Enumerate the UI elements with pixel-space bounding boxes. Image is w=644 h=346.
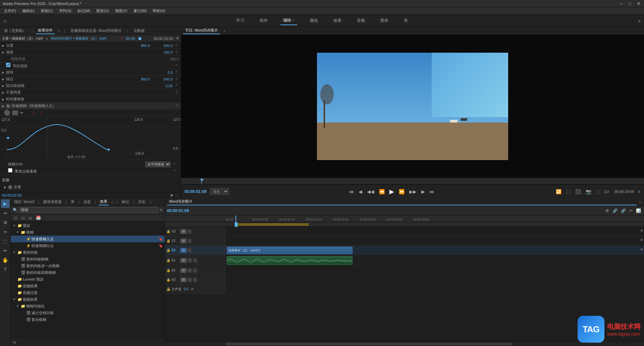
- step-back-btn[interactable]: ◀: [357, 188, 364, 195]
- go-to-start-btn[interactable]: ⏮: [348, 188, 355, 195]
- menu-graphics[interactable]: 图形(G): [94, 8, 112, 14]
- timeline-scroll-bar[interactable]: [165, 341, 644, 346]
- track-a2-lock[interactable]: 🔒: [166, 268, 170, 272]
- prop-anchor[interactable]: ▶ 锚点 960.0 540.0 ↺: [0, 76, 181, 83]
- tab-metadata[interactable]: 元数据: [131, 28, 147, 34]
- preview-fit-select[interactable]: 适合 25% 50% 75% 100%: [210, 188, 229, 195]
- tool-pen[interactable]: ✏: [1, 246, 10, 255]
- effects-search-input[interactable]: [19, 207, 158, 213]
- fast-fwd-btn[interactable]: ⏩: [397, 188, 406, 195]
- track-master-menu[interactable]: ⟳: [191, 287, 194, 291]
- track-v3-lock[interactable]: 🔒: [166, 230, 170, 233]
- menu-marker[interactable]: 标记(M): [75, 8, 93, 14]
- track-v1-visibility[interactable]: 👁: [180, 248, 186, 253]
- menu-help[interactable]: 帮助(H): [150, 8, 168, 14]
- menu-file[interactable]: 文件(F): [1, 8, 19, 14]
- tab-preview[interactable]: 节目: Word另存图片: [183, 27, 220, 34]
- track-a2-visibility[interactable]: 👁: [180, 268, 186, 273]
- track-v1-sync[interactable]: S: [187, 248, 192, 253]
- preview-timeline[interactable]: [181, 178, 644, 185]
- prop-position-x[interactable]: 960.0: [130, 44, 150, 48]
- track-a2-solo[interactable]: S: [193, 268, 197, 273]
- prop-position-y[interactable]: 540.0: [153, 44, 173, 48]
- prop-reset-blur-fx[interactable]: ↺: [174, 104, 179, 108]
- prop-scale[interactable]: ▶ 缩放 100.0 ↺: [0, 49, 181, 56]
- tool-text[interactable]: T: [1, 265, 10, 274]
- blur-direction-reset[interactable]: ↺: [172, 162, 177, 167]
- prop-blur-direction[interactable]: 模糊方向 水平和垂直 水平 垂直 ↺: [2, 161, 179, 168]
- tl-tool-timeline[interactable]: 📊: [635, 208, 642, 213]
- work-area-bar[interactable]: [235, 224, 309, 226]
- export-frame-btn[interactable]: ⬚: [595, 188, 602, 195]
- track-v1-content[interactable]: 视频素材（总）.mp4[V]: [225, 246, 644, 255]
- tree-flicker-reduce[interactable]: 🎬 减少交错闪烁: [11, 309, 165, 316]
- menu-sequence[interactable]: 序列(S): [56, 8, 74, 14]
- menu-clip[interactable]: 剪辑(C): [38, 8, 56, 14]
- step-fwd-btn[interactable]: ▶▶: [408, 188, 418, 195]
- camera-btn[interactable]: 📷: [584, 188, 593, 195]
- tab-library[interactable]: 库: [401, 16, 411, 25]
- export-btn-small[interactable]: ⬚: [175, 193, 179, 197]
- play-btn-small[interactable]: ▶: [171, 193, 173, 197]
- tab-audio-mixer[interactable]: 音频剪辑混合器: Word另存图片: [68, 28, 124, 34]
- prop-reset-position[interactable]: ↺: [174, 43, 179, 48]
- step-fwd2-btn[interactable]: ▶: [420, 188, 426, 195]
- video-clip-v1[interactable]: 视频素材（总）.mp4[V]: [227, 247, 353, 254]
- prop-reset-rotation[interactable]: ↺: [174, 70, 179, 75]
- tab-media-browser[interactable]: 媒体浏览器: [42, 199, 63, 205]
- blur-direction-select[interactable]: 水平和垂直 水平 垂直: [145, 161, 171, 167]
- track-v3-visibility[interactable]: 👁: [180, 229, 186, 234]
- track-v3-sync[interactable]: S: [187, 229, 192, 234]
- tl-tool-zoom[interactable]: 🔗: [611, 208, 619, 213]
- track-a3-solo[interactable]: S: [193, 278, 197, 282]
- prop-time-remap[interactable]: ▶ 时间重映射: [0, 96, 181, 103]
- prop-rotation[interactable]: ▶ 旋转 0.0 ↺: [0, 69, 181, 76]
- tl-tool-razor2[interactable]: ✂: [628, 208, 634, 213]
- tree-conv-blur[interactable]: 🎬 卷积内核模糊: [11, 256, 165, 262]
- tab-timeline-word[interactable]: Word另存图片: [167, 198, 637, 205]
- tab-audio[interactable]: 音频: [354, 16, 368, 25]
- audio-clip-a1[interactable]: [227, 256, 353, 265]
- more-tabs-icon[interactable]: »: [638, 18, 641, 23]
- prop-volume[interactable]: ▶ fx 音量: [2, 184, 179, 191]
- timeline-bar[interactable]: [139, 38, 150, 40]
- blur-edge-reset[interactable]: ↺: [172, 169, 177, 174]
- tab-effects-main[interactable]: 效果: [99, 198, 109, 205]
- track-a2-content[interactable]: [225, 266, 644, 275]
- prop-reset-opacity[interactable]: ↺: [174, 90, 179, 95]
- tree-presets[interactable]: ▼ 📁 预设: [11, 222, 165, 229]
- tab-info[interactable]: 信息: [82, 199, 92, 205]
- minimize-button[interactable]: ─: [619, 1, 624, 6]
- prop-uniform-scale[interactable]: 等比缩放 ↺: [0, 62, 181, 69]
- track-v2-visibility[interactable]: 👁: [180, 239, 186, 243]
- menu-window[interactable]: 窗口(W): [131, 8, 150, 14]
- current-time-display[interactable]: 00:00: [126, 37, 135, 41]
- play-btn[interactable]: ▶: [388, 187, 395, 196]
- prop-anchor-x[interactable]: 960.0: [130, 77, 150, 81]
- maximize-button[interactable]: □: [627, 1, 633, 6]
- track-v2-content[interactable]: [225, 236, 644, 245]
- home-icon[interactable]: ⌂: [3, 18, 7, 24]
- track-a3-lock[interactable]: 🔒: [166, 278, 170, 282]
- tool-track-select[interactable]: ⇌: [1, 209, 10, 217]
- tl-tool-settings[interactable]: ⚙: [604, 208, 610, 213]
- output-btn[interactable]: ⬛: [574, 188, 582, 195]
- blur-pen-btn[interactable]: ✏: [20, 110, 23, 115]
- prop-reset-anchor[interactable]: ↺: [174, 77, 179, 82]
- search-clear-btn[interactable]: ✕: [159, 208, 163, 212]
- track-a3-visibility[interactable]: 👁: [180, 278, 186, 282]
- track-v3-content[interactable]: [225, 227, 644, 236]
- new-folder-btn[interactable]: 🗂: [13, 215, 19, 220]
- tree-convolution[interactable]: ▼ 📁 卷积内核: [11, 249, 165, 256]
- safe-margins-btn[interactable]: ⬚: [565, 188, 572, 195]
- prop-motion[interactable]: ▶ 位置 960.0 540.0 ↺: [0, 42, 181, 49]
- prop-reset-flicker[interactable]: ↺: [174, 84, 179, 88]
- tab-assembly[interactable]: 组件: [257, 16, 270, 25]
- track-v2-sync[interactable]: S: [187, 239, 192, 243]
- tree-conv-further-blur[interactable]: 🎬 卷积内核进一步模糊: [11, 262, 165, 269]
- prop-reset-uniform[interactable]: ↺: [174, 63, 179, 68]
- rewind-btn[interactable]: ⏪: [378, 188, 386, 195]
- track-v2-lock[interactable]: 🔒: [166, 239, 170, 243]
- repeat-edges-checkbox[interactable]: [8, 168, 12, 172]
- timeline-current-time[interactable]: 00:00:01:09: [167, 208, 194, 213]
